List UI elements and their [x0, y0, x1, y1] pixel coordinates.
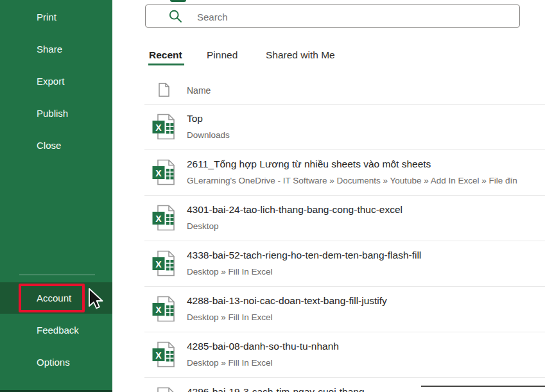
file-name: 4296-bai-19-3-cach-tim-ngay-cuoi-thang	[187, 386, 365, 392]
sidebar-separator	[19, 275, 95, 275]
file-row[interactable]: 4338-bai-52-tach-rieng-ho-ten-dem-ten-ba…	[144, 241, 545, 286]
sidebar-item-print[interactable]: Print	[0, 1, 112, 33]
sidebar-item-export[interactable]: Export	[0, 65, 112, 98]
sidebar-item-feedback[interactable]: Feedback	[0, 314, 112, 346]
excel-file-icon	[152, 341, 175, 368]
file-row[interactable]: Top Downloads	[144, 104, 545, 149]
excel-file-icon	[152, 114, 175, 140]
file-location: Desktop	[187, 221, 219, 231]
sidebar-item-account[interactable]: Account	[0, 282, 112, 314]
excel-file-icon	[152, 159, 175, 185]
file-row[interactable]: 2611_Tổng hợp Lương từ nhiều sheets vào …	[144, 149, 545, 195]
account-label: Account	[37, 282, 71, 314]
tab-pinned[interactable]: Pinned	[207, 49, 238, 61]
file-name: 4338-bai-52-tach-rieng-ho-ten-dem-ten-ba…	[187, 250, 421, 261]
file-location: GLerarning's OneDrive - IT Software » Do…	[187, 176, 517, 185]
excel-file-icon	[152, 205, 175, 231]
sidebar-item-publish[interactable]: Publish	[0, 98, 112, 130]
excel-file-icon	[152, 250, 175, 277]
file-row[interactable]: 4296-bai-19-3-cach-tim-ngay-cuoi-thang	[144, 377, 545, 392]
sidebar-item-share[interactable]: Share	[0, 33, 112, 65]
file-name: 2611_Tổng hợp Lương từ nhiều sheets vào …	[187, 158, 431, 170]
name-column-header[interactable]: Name	[187, 85, 211, 96]
excel-backstage-page: X Print Share Export Publish Close Accou…	[0, 0, 545, 392]
file-name: 4301-bai-24-tao-lich-thang-bang-cong-thu…	[187, 204, 402, 216]
search-input[interactable]	[196, 6, 506, 28]
search-box[interactable]	[145, 4, 520, 28]
excel-file-icon	[152, 296, 175, 322]
file-location: Desktop » Fill In Excel	[187, 267, 273, 277]
bottom-divider-line	[421, 386, 545, 387]
file-row[interactable]: 4288-bai-13-noi-cac-doan-text-bang-fill-…	[144, 286, 545, 332]
file-location: Desktop » Fill In Excel	[187, 358, 273, 368]
recent-files-list: Top Downloads 2611_Tổng hợp Lương từ nhi…	[144, 104, 545, 392]
cropped-ui-sliver	[170, 0, 186, 2]
file-location: Downloads	[187, 130, 230, 140]
sidebar-item-options[interactable]: Options	[0, 346, 112, 379]
file-row[interactable]: 4301-bai-24-tao-lich-thang-bang-cong-thu…	[144, 195, 545, 241]
search-icon	[169, 10, 182, 23]
tab-shared-with-me[interactable]: Shared with Me	[266, 49, 335, 61]
active-tab-underline	[148, 64, 184, 65]
file-row[interactable]: 4285-bai-08-danh-so-thu-tu-nhanh Desktop…	[144, 332, 545, 377]
file-list-header: Name	[144, 80, 545, 105]
file-name: 4288-bai-13-noi-cac-doan-text-bang-fill-…	[187, 295, 387, 307]
document-icon	[159, 83, 169, 97]
file-name: 4285-bai-08-danh-so-thu-tu-nhanh	[187, 341, 339, 352]
file-location: Desktop » Fill In Excel	[187, 312, 273, 322]
backstage-sidebar: Print Share Export Publish Close Account…	[0, 0, 112, 392]
file-name: Top	[187, 113, 203, 124]
sidebar-item-close[interactable]: Close	[0, 130, 112, 162]
excel-file-icon	[152, 387, 175, 392]
tab-recent[interactable]: Recent	[149, 49, 182, 61]
